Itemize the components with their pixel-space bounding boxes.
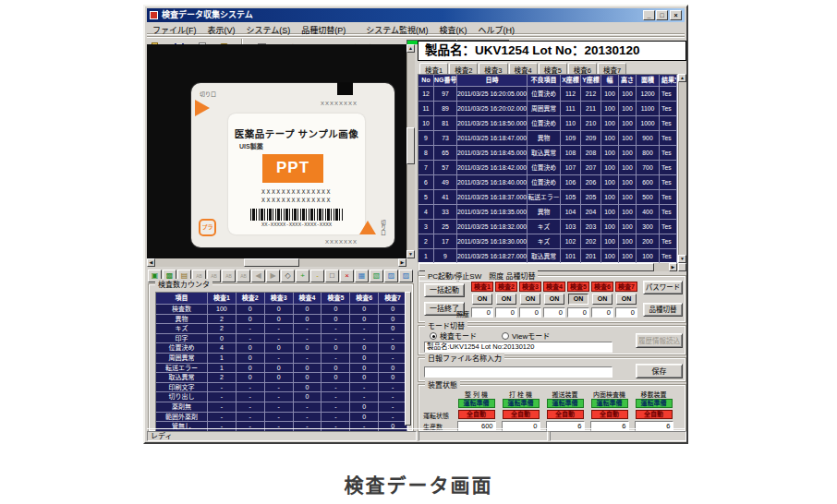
cell-高さ: 100 [619,131,637,146]
fit-region-icon[interactable]: □ [325,270,339,282]
menu-item-7[interactable]: ヘルプ(H) [472,23,520,36]
counter-cell: - [379,354,407,364]
image-view-icon[interactable]: ▦ [355,270,369,282]
kind-change-button[interactable]: 品種切替 [643,303,683,317]
cell-日時: 2011/03/25 16:18:37.000 [457,190,528,205]
ng-scroll-up-icon[interactable]: ▲ [678,74,686,82]
inspect-mode-label: 検査モード [440,332,477,341]
scroll-right-icon[interactable]: ▶ [398,258,406,267]
prev-image-icon[interactable]: ▨ [384,270,398,282]
counter-cell: - [265,324,294,334]
viewer-vertical-scrollbar[interactable]: ▲ ▼ [406,44,415,258]
move-tool-icon[interactable]: ◇ [281,270,295,282]
menu-item-4[interactable]: 品種切替(P) [296,23,351,36]
image-compare-icon[interactable]: ▧ [370,270,383,282]
table-row-4[interactable]: 9732011/03/25 16:18:47.000異物109209100100… [418,131,677,146]
table-row-6[interactable]: 7572011/03/25 16:18:42.000位置決め1072071001… [418,161,677,175]
viewer-hscroll-thumb[interactable] [244,258,299,267]
table-row-9[interactable]: 4332011/03/25 16:18:35.000異物104204100100… [418,205,677,220]
on-button-検査2[interactable]: ON [496,294,516,305]
counter-cell: 4 [208,343,237,354]
cell-日時: 2011/03/25 16:18:35.000 [457,205,528,220]
menu-item-6[interactable]: 検査(K) [433,23,472,36]
viewer-vscroll-thumb[interactable] [406,127,415,164]
ready-badge: 運転準備 [636,399,673,408]
device-column-3: 搬送装置運転準備全自動6 [544,390,586,431]
viewer-horizontal-scrollbar[interactable]: ◀ ▶ [147,258,406,267]
zoom-out-icon[interactable]: - [310,270,324,282]
cell-X座標: 111 [561,102,581,116]
scroll-up-icon[interactable]: ▲ [406,44,415,53]
table-row-11[interactable]: 2172011/03/25 16:18:30.000キズ102202100100… [418,234,677,249]
lux-field-検査4[interactable]: 0 [543,307,565,318]
table-row-2[interactable]: 11892011/03/25 16:20:02.000周囲異常111211100… [418,102,677,116]
on-button-検査5[interactable]: ON [568,294,588,305]
counter-groupbox: 検査数カウンタ 項目検査1検査2検査3検査4検査5検査6検査7検査数100000… [148,283,414,432]
cell-NG番号: 41 [434,190,457,205]
counter-cell: 検査2 [237,293,265,305]
cell-NG番号: 17 [434,234,457,249]
table-row-5[interactable]: 8652011/03/25 16:18:45.000取込異常1082081001… [418,146,677,161]
on-button-検査4[interactable]: ON [544,294,564,305]
history-load-button[interactable]: 履歴情報読込 [636,333,683,348]
counter-cell: 薬剤無 [156,402,208,413]
counter-cell: - [294,402,322,413]
cell-不良項目: 不良項目 [528,75,561,87]
cell-高さ: 100 [619,116,637,131]
menu-item-2[interactable]: 表示(V) [202,23,241,36]
cell-高さ: 100 [619,161,637,175]
cell-面積: 400 [637,205,660,220]
menu-item-3[interactable]: システム(S) [241,23,297,36]
table-row-10[interactable]: 3252011/03/25 16:18:32.000キズ103203100100… [418,220,677,234]
counter-row-3: キズ2-----0 [156,324,407,334]
cell-Y座標: 205 [581,190,601,205]
delete-icon[interactable]: × [340,270,354,282]
lux-field-検査5[interactable]: 0 [567,307,589,318]
lux-field-検査2[interactable]: 0 [495,307,517,318]
lux-label: 照度 [456,309,469,318]
maximize-button[interactable]: □ [656,10,668,20]
counter-row-6: 周囲異常10---0- [156,354,407,364]
on-button-検査1[interactable]: ON [472,294,492,305]
scroll-left-icon[interactable]: ◀ [147,258,155,267]
zoom-in-icon[interactable]: + [296,270,309,282]
ng-scroll-down-icon[interactable]: ▼ [678,255,686,263]
lux-field-検査7[interactable]: 0 [615,307,637,318]
image-viewer[interactable]: 切り口 XXXXXXXX 医薬品テープ サンプル画像 UIS製薬 PPT XXX… [147,44,406,258]
table-row-8[interactable]: 5412011/03/25 16:18:37.000転送エラー105205100… [418,190,677,205]
on-button-検査6[interactable]: ON [592,294,613,305]
cell-Y座標: 202 [581,234,601,249]
device-panel-title: 装置状態 [425,379,460,390]
menu-item-5[interactable]: システム監視(M) [360,23,433,36]
report-filename-input[interactable] [424,366,613,378]
next-image-icon[interactable]: ▨ [399,270,413,282]
on-button-検査3[interactable]: ON [520,294,540,305]
table-row-7[interactable]: 6492011/03/25 16:18:40.000位置決め1062061001… [418,175,677,190]
lux-field-検査1[interactable]: 0 [471,307,493,318]
save-button[interactable]: 保存 [636,364,683,378]
table-row-12[interactable]: 192011/03/25 16:18:27.000取込異常10120110010… [418,249,677,264]
close-button[interactable]: × [670,10,682,20]
on-button-検査7[interactable]: ON [616,294,637,305]
status-pane-2 [418,431,548,441]
cut-mark-label-top: 切り口 [200,90,216,98]
ng-table-vscrollbar[interactable]: ▲ ▼ [678,74,686,263]
ng-scroll-right-icon[interactable]: ▶ [669,263,677,271]
table-row-3[interactable]: 10812011/03/25 16:18:50.000位置決め110210100… [418,116,677,131]
cell-幅: 100 [601,131,619,146]
channel-label-検査6: 検査6 [591,282,613,292]
lux-field-検査6[interactable]: 0 [591,307,613,318]
password-button[interactable]: パスワード [643,281,683,294]
view-mode-radio[interactable]: Viewモード [502,330,550,341]
cell-X座標: X座標 [561,75,581,87]
menu-item-1[interactable]: ファイル(F) [147,23,202,36]
minimize-button[interactable]: _ [643,10,655,20]
inspect-mode-radio[interactable]: 検査モード [430,330,477,341]
counter-cell: - [321,392,350,402]
lux-field-検査3[interactable]: 0 [519,307,541,318]
counter-scrollbar[interactable] [405,292,411,426]
batch-start-button[interactable]: 一括起動 [424,283,465,297]
cell-不良項目: 位置決め [528,175,561,190]
table-row-1[interactable]: 12972011/03/25 16:20:05.000位置決め112212100… [418,87,677,102]
scroll-down-icon[interactable]: ▼ [406,250,415,258]
